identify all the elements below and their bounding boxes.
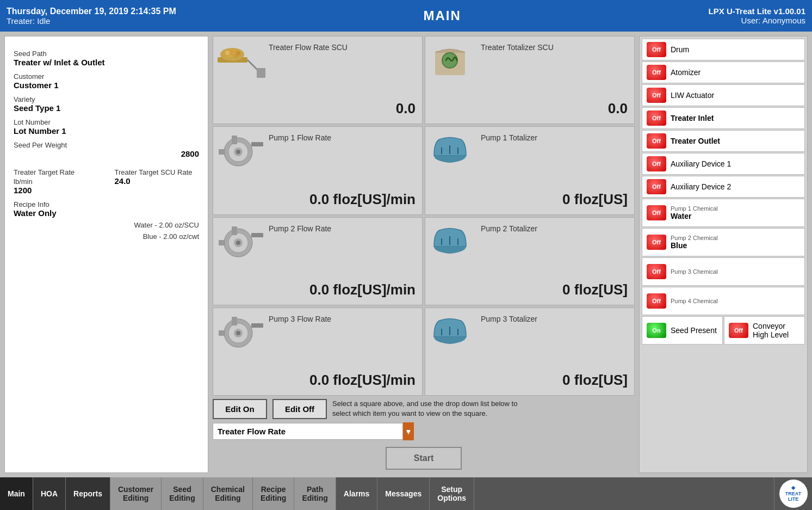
instruction-text: Select a square above, and use the drop … [332, 399, 528, 419]
tab-chemical-editing[interactable]: Chemical Editing [203, 477, 253, 510]
seed-per-weight-value: 2800 [14, 149, 199, 158]
recipe-sub1: Water - 2.00 oz/SCU [14, 221, 199, 229]
atomizer-led: Off [647, 65, 666, 80]
header-right: LPX U-Treat Lite v1.00.01 User: Anonymou… [709, 7, 805, 25]
pump3-chem-label: Pump 3 Chemical [671, 268, 800, 275]
drum-led: Off [647, 42, 666, 57]
user-label: User: Anonymous [709, 16, 805, 25]
seed-present-led: On [647, 323, 666, 338]
svg-point-37 [236, 331, 240, 335]
status-liw[interactable]: Off LIW Actuator [642, 84, 805, 106]
status-pump2-chem[interactable]: Off Pump 2 Chemical Blue [642, 228, 805, 256]
pump1-chem-label: Pump 1 Chemical Water [671, 205, 800, 220]
view-select[interactable]: Treater Flow Rate [213, 423, 403, 440]
tab-path-editing[interactable]: Path Editing [294, 477, 336, 510]
pump1-flow-label: Pump 1 Flow Rate [269, 133, 416, 142]
pump3-flow-cell[interactable]: Pump 3 Flow Rate 0.0 floz[US]/min [213, 308, 423, 396]
status-conveyor[interactable]: Off Conveyor High Level [724, 316, 805, 345]
atomizer-label: Atomizer [671, 68, 800, 77]
tab-bar: Main HOA Reports Customer Editing Seed E… [0, 477, 812, 510]
drum-label: Drum [671, 45, 800, 54]
tab-hoa[interactable]: HOA [33, 477, 66, 510]
pump3-chem-led: Off [647, 264, 666, 279]
svg-point-5 [228, 54, 231, 58]
svg-rect-25 [251, 233, 263, 237]
datetime: Thursday, December 19, 2019 2:14:35 PM [7, 7, 176, 16]
customer-value: Customer 1 [14, 81, 199, 90]
pump1-flow-value: 0.0 floz[US]/min [220, 191, 416, 210]
header: Thursday, December 19, 2019 2:14:35 PM T… [0, 0, 812, 32]
treater-inlet-led: Off [647, 110, 666, 126]
seed-path-label: Seed Path [14, 50, 199, 58]
pump3-flow-value: 0.0 floz[US]/min [220, 372, 416, 391]
pump2-flow-value: 0.0 floz[US]/min [220, 281, 416, 300]
status-pump1-chem[interactable]: Off Pump 1 Chemical Water [642, 199, 805, 227]
pump2-total-label: Pump 2 Totalizer [481, 224, 628, 233]
pump3-total-value: 0 floz[US] [432, 372, 628, 391]
start-button[interactable]: Start [386, 447, 462, 470]
aux2-label: Auxiliary Device 2 [671, 182, 800, 191]
header-left: Thursday, December 19, 2019 2:14:35 PM T… [7, 7, 176, 26]
pump4-chem-label: Pump 4 Chemical [671, 298, 800, 304]
edit-on-button[interactable]: Edit On [213, 399, 267, 419]
pump1-total-cell[interactable]: Pump 1 Totalizer 0 floz[US] [425, 126, 635, 214]
seed-per-weight-label: Seed Per Weight [14, 141, 199, 149]
edit-off-button[interactable]: Edit Off [272, 399, 327, 419]
recipe-value: Water Only [14, 208, 199, 218]
treater-flow-rate-cell[interactable]: Treater Flow Rate SCU 0.0 [213, 36, 423, 124]
right-panel: Off Drum Off Atomizer Off LIW Actuator O… [639, 36, 808, 473]
svg-rect-15 [251, 142, 263, 146]
svg-rect-35 [251, 323, 263, 328]
version-label: LPX U-Treat Lite v1.00.01 [709, 7, 805, 16]
aux2-led: Off [647, 179, 666, 194]
status-pump3-chem[interactable]: Off Pump 3 Chemical [642, 257, 805, 286]
aux1-led: Off [647, 156, 666, 171]
status-atomizer[interactable]: Off Atomizer [642, 62, 805, 83]
pump2-total-cell[interactable]: Pump 2 Totalizer 0 floz[US] [425, 217, 635, 305]
tab-main[interactable]: Main [0, 477, 33, 510]
pump1-total-label: Pump 1 Totalizer [481, 133, 628, 142]
pump2-flow-cell[interactable]: Pump 2 Flow Rate 0.0 floz[US]/min [213, 217, 423, 305]
status-seed-present[interactable]: On Seed Present [642, 316, 723, 345]
dropdown-arrow-icon: ▼ [403, 422, 414, 440]
svg-point-27 [236, 241, 240, 245]
controls-area: Edit On Edit Off Select a square above, … [213, 396, 635, 473]
tab-alarms[interactable]: Alarms [336, 477, 377, 510]
variety-label: Variety [14, 95, 199, 103]
recipe-label: Recipe Info [14, 200, 199, 208]
svg-point-2 [225, 51, 230, 55]
conveyor-label: Conveyor High Level [753, 322, 800, 339]
treater-outlet-label: Treater Outlet [671, 137, 800, 145]
treater-flow-value: 0.0 [220, 100, 416, 119]
svg-rect-14 [219, 149, 225, 155]
dropdown-row: Treater Flow Rate ▼ [213, 422, 635, 440]
treater-totalizer-cell[interactable]: Treater Totalizer SCU 0.0 [425, 36, 635, 124]
unit-label: lb/min [14, 177, 98, 186]
page-title: MAIN [424, 8, 461, 23]
status-treater-outlet[interactable]: Off Treater Outlet [642, 130, 805, 152]
pump3-total-cell[interactable]: Pump 3 Totalizer 0 floz[US] [425, 308, 635, 396]
treater-inlet-label: Treater Inlet [671, 114, 800, 122]
tab-customer-editing[interactable]: Customer Editing [110, 477, 162, 510]
pump1-flow-cell[interactable]: Pump 1 Flow Rate 0.0 floz[US]/min [213, 126, 423, 214]
pump1-flow-icon [218, 131, 261, 169]
svg-rect-24 [219, 240, 225, 245]
status-aux2[interactable]: Off Auxiliary Device 2 [642, 176, 805, 198]
status-aux1[interactable]: Off Auxiliary Device 1 [642, 153, 805, 175]
tab-messages[interactable]: Messages [377, 477, 430, 510]
pump2-total-icon [430, 222, 473, 260]
status-pump4-chem[interactable]: Off Pump 4 Chemical [642, 287, 805, 315]
treater-target-label: Treater Target Rate [14, 168, 98, 176]
customer-label: Customer [14, 72, 199, 81]
tab-reports[interactable]: Reports [66, 477, 110, 510]
tab-seed-editing[interactable]: Seed Editing [162, 477, 203, 510]
pump1-chem-led: Off [647, 205, 666, 220]
status-treater-inlet[interactable]: Off Treater Inlet [642, 107, 805, 129]
tab-recipe-editing[interactable]: Recipe Editing [253, 477, 294, 510]
status-drum[interactable]: Off Drum [642, 39, 805, 60]
main-area: Seed Path Treater w/ Inlet & Outlet Cust… [0, 32, 812, 477]
tab-setup-options[interactable]: Setup Options [430, 477, 474, 510]
conveyor-led: Off [729, 323, 748, 338]
pump1-total-icon [430, 131, 473, 169]
treater-target-value: 1200 [14, 186, 98, 195]
